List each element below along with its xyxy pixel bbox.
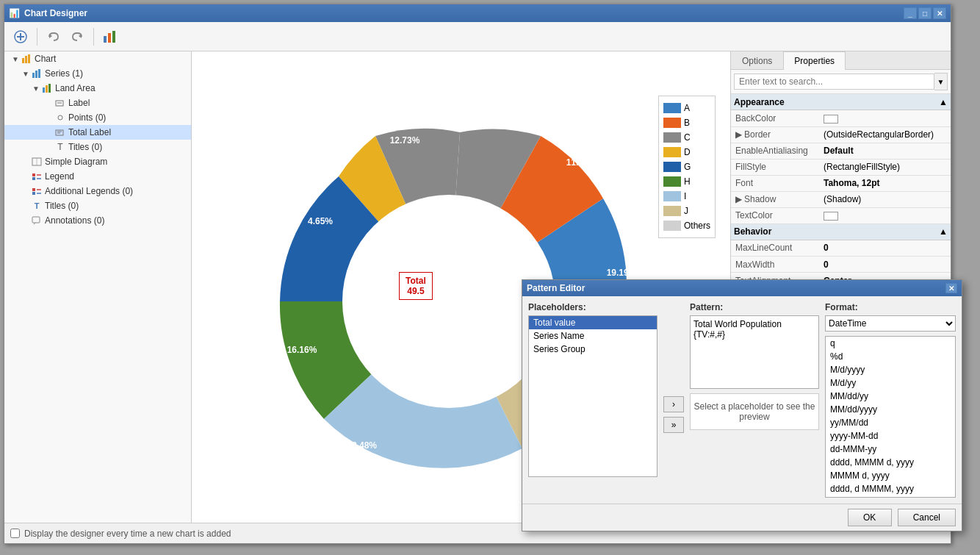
legend-label-a: A	[684, 103, 690, 113]
backcolor-swatch	[824, 115, 838, 123]
placeholder-series-name[interactable]: Series Name	[529, 329, 657, 343]
placeholders-listbox[interactable]: Total value Series Name Series Group	[528, 315, 657, 477]
toolbar	[4, 22, 951, 51]
titles-root-icon: T	[31, 200, 43, 212]
tree-item-legend[interactable]: ▶ Legend	[4, 169, 191, 184]
chart-view-button[interactable]	[100, 26, 120, 47]
tree-item-titles-root[interactable]: ▶ T Titles (0)	[4, 198, 191, 213]
svg-rect-15	[46, 85, 48, 93]
simplediagram-icon	[31, 156, 43, 168]
window-title: Chart Designer	[24, 8, 87, 18]
svg-rect-13	[38, 69, 40, 78]
tab-options[interactable]: Options	[731, 51, 783, 70]
pattern-label: Pattern:	[690, 302, 819, 312]
tree-item-chart[interactable]: ▼ Chart	[4, 51, 191, 66]
prop-maxlinecount: MaxLineCount 0	[731, 240, 951, 257]
placeholder-series-group[interactable]: Series Group	[529, 343, 657, 356]
svg-text:14.34%: 14.34%	[464, 466, 494, 476]
svg-text:12.73%: 12.73%	[390, 135, 420, 146]
tree-item-points[interactable]: ▶ Points (0)	[4, 110, 191, 125]
ok-button[interactable]: OK	[848, 509, 892, 526]
points-label: Points (0)	[68, 112, 106, 123]
chart-icon	[21, 53, 32, 65]
totallabel-label: Total Label	[68, 127, 111, 137]
legend-item-j: J	[663, 204, 710, 218]
prop-shadow: ▶Shadow (Shadow)	[731, 191, 951, 207]
close-button[interactable]: ✕	[933, 7, 946, 19]
behavior-section-header: Behavior ▲	[731, 224, 951, 240]
prop-textcolor: TextColor	[731, 207, 951, 223]
svg-point-19	[58, 115, 62, 120]
legend-color-a	[663, 103, 681, 113]
tree-item-label-node[interactable]: ▶ Label	[4, 96, 191, 110]
dialog-close-button[interactable]: ✕	[945, 283, 957, 293]
svg-rect-7	[112, 31, 115, 43]
prop-textcolor-key: TextColor	[731, 207, 819, 223]
prop-font: Font Tahoma, 12pt	[731, 175, 951, 191]
redo-icon	[71, 30, 84, 43]
collapse-appearance-icon[interactable]: ▲	[939, 97, 948, 107]
series-arrow: ▼	[21, 70, 31, 78]
designer-checkbox[interactable]	[10, 529, 20, 538]
legend-color-i	[663, 191, 681, 201]
titles-child-icon: T	[54, 141, 66, 153]
collapse-behavior-icon[interactable]: ▲	[939, 226, 948, 237]
format-full1[interactable]: dddd, MMMM d, yyyy	[826, 456, 955, 469]
tab-properties[interactable]: Properties	[783, 51, 846, 70]
format-m-d-yyyy[interactable]: M/d/yyyy	[826, 363, 955, 376]
format-mm-dd-yyyy[interactable]: MM/dd/yyyy	[826, 403, 955, 416]
format-yy-mm-dd[interactable]: yy/MM/dd	[826, 416, 955, 429]
left-panel: ▼ Chart ▼ Series (1) ▼ La	[4, 51, 192, 523]
search-input[interactable]	[734, 74, 934, 90]
prop-backcolor-key: BackColor	[731, 110, 819, 126]
tree-item-titles-child[interactable]: ▶ T Titles (0)	[4, 140, 191, 154]
separator2	[93, 28, 94, 46]
addlegends-icon	[31, 185, 43, 197]
legend-item-d: D	[663, 145, 710, 160]
pattern-textarea[interactable]: Total World Population {TV:#,#}	[690, 315, 819, 389]
legend-item-g: G	[663, 160, 710, 174]
format-mmmm-d[interactable]: MMMM d, yyyy	[826, 469, 955, 482]
chart-label: Chart	[35, 54, 56, 64]
appearance-label: Appearance	[734, 97, 785, 107]
tree-item-simplediagram[interactable]: ▶ Simple Diagram	[4, 154, 191, 169]
dialog-columns: Placeholders: Total value Series Name Se…	[528, 302, 956, 498]
prop-border: ▶Border (OutsideRectangularBorder)	[731, 126, 951, 143]
format-listbox[interactable]: q %d M/d/yyyy M/d/yy MM/dd/yy MM/dd/yyyy…	[825, 336, 956, 498]
prop-antialias: EnableAntialiasing Default	[731, 143, 951, 159]
format-mm-dd-yy[interactable]: MM/dd/yy	[826, 390, 955, 403]
restore-button[interactable]: □	[918, 7, 932, 19]
svg-rect-11	[32, 73, 35, 78]
format-dd-mmm-yy[interactable]: dd-MMM-yy	[826, 443, 955, 456]
search-bar: ▼	[731, 70, 951, 94]
format-full2[interactable]: dddd, d MMMM, yyyy	[826, 482, 955, 495]
tree-item-addlegends[interactable]: ▶ Additional Legends (0)	[4, 184, 191, 198]
insert-double-button[interactable]: »	[663, 417, 684, 433]
insert-single-button[interactable]: ›	[663, 396, 684, 412]
appearance-section-header: Appearance ▲	[731, 94, 951, 110]
undo-button[interactable]	[43, 26, 64, 47]
placeholder-total-value[interactable]: Total value	[529, 316, 657, 329]
legend-label: Legend	[45, 171, 74, 182]
format-d-mmmm[interactable]: d MMMM, yyyy	[826, 495, 955, 498]
add-button[interactable]	[10, 26, 31, 47]
tree-item-annotations[interactable]: ▶ Annotations (0)	[4, 213, 191, 228]
points-icon	[54, 112, 66, 123]
format-m-d-yy[interactable]: M/d/yy	[826, 376, 955, 390]
prop-antialias-key: EnableAntialiasing	[731, 143, 819, 159]
minimize-button[interactable]: _	[904, 7, 917, 19]
search-dropdown-button[interactable]: ▼	[934, 73, 948, 90]
tree-item-series[interactable]: ▼ Series (1)	[4, 66, 191, 81]
tree-item-totallabel[interactable]: ▶ Total Label	[4, 125, 191, 140]
tree-item-landarea[interactable]: ▼ Land Area	[4, 81, 191, 96]
redo-button[interactable]	[67, 26, 87, 47]
format-d[interactable]: %d	[826, 350, 955, 363]
format-select[interactable]: DateTime Number Currency Percent Custom	[825, 315, 956, 332]
svg-rect-6	[108, 33, 111, 43]
titles-child-label: Titles (0)	[68, 142, 102, 152]
dialog-title: Pattern Editor	[527, 283, 585, 293]
cancel-button[interactable]: Cancel	[898, 509, 956, 526]
annotations-icon	[31, 215, 43, 226]
format-q[interactable]: q	[826, 337, 955, 350]
format-yyyy-mm-dd[interactable]: yyyy-MM-dd	[826, 429, 955, 443]
